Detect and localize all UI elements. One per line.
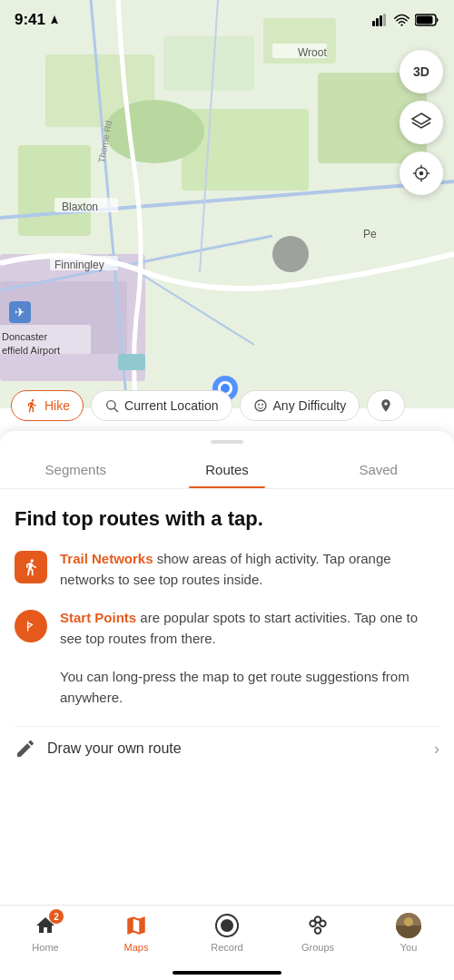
record-nav-icon <box>214 913 240 938</box>
svg-rect-2 <box>380 15 382 26</box>
layers-button[interactable] <box>400 101 443 144</box>
trail-networks-text: Trail Networks show areas of high activi… <box>60 549 439 590</box>
svg-point-48 <box>255 400 266 411</box>
record-icon <box>214 913 240 938</box>
start-points-icon <box>15 610 47 642</box>
svg-text:Finningley: Finningley <box>54 259 104 271</box>
location-arrow-icon <box>49 15 60 25</box>
chevron-right-icon: › <box>434 740 439 759</box>
map-container[interactable]: ✈ Wroot Blaxton Finningley Doncaster eff… <box>0 0 454 408</box>
svg-point-4 <box>400 24 402 26</box>
home-badge: 2 <box>49 909 64 924</box>
user-avatar <box>396 913 421 938</box>
svg-text:Wroot: Wroot <box>298 46 327 59</box>
home-nav-icon: 2 <box>33 913 58 938</box>
current-location-filter[interactable]: Current Location <box>91 390 232 421</box>
svg-point-56 <box>315 916 321 923</box>
home-nav-label: Home <box>32 942 58 953</box>
svg-rect-11 <box>18 145 91 236</box>
svg-rect-59 <box>396 926 421 938</box>
svg-rect-3 <box>383 14 386 26</box>
svg-point-50 <box>262 404 263 406</box>
svg-rect-0 <box>372 21 375 26</box>
svg-rect-9 <box>163 36 254 91</box>
map-svg: ✈ Wroot Blaxton Finningley Doncaster eff… <box>0 0 454 408</box>
current-location-label: Current Location <box>124 398 219 413</box>
time-display: 9:41 <box>15 11 45 29</box>
svg-line-47 <box>114 408 118 412</box>
status-time: 9:41 <box>15 11 60 29</box>
difficulty-label: Any Difficulty <box>273 398 347 413</box>
nav-maps[interactable]: Maps <box>91 913 182 953</box>
trail-networks-highlight: Trail Networks <box>60 551 153 566</box>
svg-text:✈: ✈ <box>15 305 25 319</box>
svg-text:Pe: Pe <box>363 228 377 240</box>
svg-point-14 <box>104 100 204 163</box>
map-controls: 3D <box>400 50 443 195</box>
difficulty-icon <box>253 398 268 413</box>
svg-point-60 <box>404 917 413 926</box>
record-nav-label: Record <box>211 942 242 953</box>
map-overlay-dot <box>272 236 309 272</box>
svg-text:Blaxton: Blaxton <box>62 201 98 213</box>
you-nav-label: You <box>400 942 418 953</box>
map-background: ✈ Wroot Blaxton Finningley Doncaster eff… <box>0 0 454 408</box>
segments-tab[interactable]: Segments <box>0 451 152 488</box>
battery-icon <box>415 14 439 26</box>
draw-route-left: Draw your own route <box>15 738 182 760</box>
crosshair-icon <box>411 163 431 183</box>
pin-filter[interactable] <box>367 390 405 421</box>
wifi-icon <box>394 14 410 26</box>
svg-point-49 <box>258 404 260 406</box>
svg-point-57 <box>315 927 321 933</box>
hike-filter[interactable]: Hike <box>11 390 84 421</box>
home-indicator <box>173 971 281 975</box>
bottom-sheet: Segments Routes Saved Find top routes wi… <box>0 431 454 907</box>
signal-icon <box>372 14 389 26</box>
avatar-image <box>396 913 421 938</box>
svg-rect-1 <box>376 18 379 26</box>
draw-route-label: Draw your own route <box>47 740 182 757</box>
nav-you[interactable]: You <box>363 913 454 953</box>
trail-networks-icon <box>15 551 47 583</box>
svg-point-53 <box>221 919 233 932</box>
draw-route-row[interactable]: Draw your own route › <box>15 726 439 770</box>
start-points-item: Start Points are popular spots to start … <box>15 608 439 649</box>
difficulty-filter[interactable]: Any Difficulty <box>240 390 360 421</box>
svg-text:Doncaster: Doncaster <box>2 331 47 342</box>
status-icons <box>372 14 439 26</box>
location-button[interactable] <box>400 152 443 195</box>
svg-text:effield Airport: effield Airport <box>2 345 60 356</box>
tabs: Segments Routes Saved <box>0 451 454 489</box>
hike-label: Hike <box>44 398 70 413</box>
flag-icon <box>22 617 40 635</box>
trail-icon <box>22 558 40 576</box>
svg-rect-22 <box>118 354 145 370</box>
maps-nav-icon <box>123 913 149 938</box>
sheet-content: Find top routes with a tap. Trail Networ… <box>0 489 454 907</box>
sheet-handle <box>211 440 243 444</box>
trail-networks-item: Trail Networks show areas of high activi… <box>15 549 439 590</box>
groups-nav-icon <box>305 913 331 938</box>
svg-marker-39 <box>412 113 430 124</box>
maps-nav-label: Maps <box>124 942 149 953</box>
groups-nav-label: Groups <box>301 942 334 953</box>
3d-button[interactable]: 3D <box>400 50 443 93</box>
pencil-icon <box>15 738 36 760</box>
nav-record[interactable]: Record <box>182 913 272 953</box>
start-points-highlight: Start Points <box>60 610 136 625</box>
nav-home[interactable]: 2 Home <box>0 913 91 953</box>
bottom-nav: 2 Home Maps Record <box>0 905 454 980</box>
nav-groups[interactable]: Groups <box>272 913 363 953</box>
maps-icon <box>124 914 148 937</box>
hike-icon <box>25 398 39 413</box>
saved-tab[interactable]: Saved <box>302 451 454 488</box>
svg-rect-6 <box>417 16 433 24</box>
search-icon <box>104 398 119 413</box>
layers-icon <box>410 112 432 133</box>
pin-icon <box>379 398 393 413</box>
routes-tab[interactable]: Routes <box>152 451 303 488</box>
start-points-text: Start Points are popular spots to start … <box>60 608 439 649</box>
content-title: Find top routes with a tap. <box>15 507 439 531</box>
standalone-text: You can long-press the map to get route … <box>15 667 439 708</box>
